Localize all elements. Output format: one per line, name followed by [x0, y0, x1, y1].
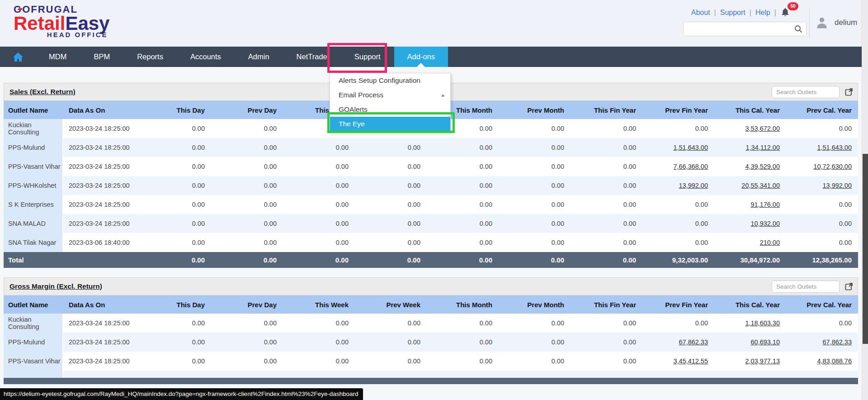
value-cell: 0.00: [211, 338, 283, 346]
total-value: 12,38,265.00: [786, 256, 858, 264]
global-search-input[interactable]: [683, 22, 807, 36]
about-link[interactable]: About: [691, 9, 710, 17]
menu-item-label: Email Process: [339, 91, 442, 99]
value-cell: 0.00: [211, 201, 283, 208]
value-cell: 0.00: [499, 163, 571, 170]
home-icon: [13, 52, 24, 62]
user-menu[interactable]: delium: [815, 15, 857, 30]
drilldown-link[interactable]: 3,53,672.00: [745, 125, 780, 132]
nav-item-bpm[interactable]: BPM: [80, 47, 123, 67]
drilldown-link[interactable]: 13,992.00: [679, 182, 708, 189]
value-cell: 0.00: [571, 338, 642, 346]
drilldown-link[interactable]: 1,18,603.30: [745, 319, 780, 327]
col-header-prev-cal-year: Prev Cal. Year: [786, 106, 858, 114]
outlet-name: PPS-Vasant Vihar: [4, 352, 63, 371]
value-cell: 0.00: [283, 239, 355, 246]
value-cell: 0.00: [786, 201, 858, 208]
gross-margin-partial-row: [4, 371, 858, 378]
total-value: 0.00: [499, 256, 571, 264]
value-cell: 0.00: [139, 125, 211, 132]
drilldown-link[interactable]: 13,992.00: [822, 182, 852, 189]
nav-item-add-ons[interactable]: Add-ons: [394, 47, 448, 67]
gross-margin-partial-total-row: [4, 378, 858, 384]
table-row-sna-malad: SNA MALAD2023-03-24 18:25:000.000.000.00…: [4, 214, 858, 233]
menu-item-email-process[interactable]: Email Process▸: [330, 88, 450, 102]
nav-item-nettrade[interactable]: NetTrade: [283, 47, 341, 67]
total-value: 0.00: [211, 256, 283, 264]
drilldown-link[interactable]: 10,72,630.00: [813, 163, 852, 170]
drilldown-link[interactable]: 3,45,412.55: [673, 357, 708, 365]
search-icon[interactable]: [794, 24, 803, 35]
value-cell: 0.00: [139, 163, 211, 170]
drilldown-link[interactable]: 2,03,977.13: [745, 357, 780, 365]
vertical-scrollbar[interactable]: [862, 0, 868, 400]
value-cell: 0.00: [499, 338, 571, 346]
drilldown-link[interactable]: 10,932.00: [750, 220, 780, 227]
value-cell: 0.00: [427, 220, 499, 227]
outlet-name: S K Enterprises: [4, 195, 63, 214]
col-header-prev-month: Prev Month: [499, 301, 571, 309]
value-cell: 20,55,341.00: [714, 182, 786, 189]
nav-item-admin[interactable]: Admin: [235, 47, 283, 67]
drilldown-link[interactable]: 1,51,643.00: [673, 144, 708, 151]
data-as-on: 2023-03-24 18:25:00: [63, 125, 139, 132]
gross-margin-search-outlets-input[interactable]: [772, 281, 840, 293]
col-header-prev-day: Prev Day: [211, 106, 283, 114]
value-cell: 0.00: [571, 357, 642, 365]
value-cell: 0.00: [211, 163, 283, 170]
value-cell: 0.00: [571, 163, 642, 170]
data-as-on: 2023-03-24 18:25:00: [63, 357, 139, 365]
home-button[interactable]: [0, 47, 35, 67]
nav-item-support[interactable]: Support: [341, 47, 394, 67]
nav-item-accounts[interactable]: Accounts: [177, 47, 235, 67]
table-row-s-k-enterprises: S K Enterprises2023-03-24 18:25:000.000.…: [4, 195, 858, 214]
notification-bell-icon[interactable]: 50: [780, 7, 792, 19]
sales-expand-icon[interactable]: [845, 88, 853, 96]
value-cell: 0.00: [355, 239, 427, 246]
value-cell: 0.00: [499, 125, 571, 132]
value-cell: 0.00: [211, 144, 283, 151]
value-cell: 0.00: [355, 182, 427, 189]
drilldown-link[interactable]: 60,693.10: [750, 338, 780, 346]
drilldown-link[interactable]: 210.00: [760, 239, 780, 246]
value-cell: 210.00: [714, 239, 786, 246]
col-header-this-month: This Month: [427, 301, 499, 309]
drilldown-link[interactable]: 4,83,088.76: [817, 357, 852, 365]
drilldown-link[interactable]: 67,862.33: [822, 338, 852, 346]
link-separator: |: [750, 9, 751, 17]
drilldown-link[interactable]: 7,66,368.00: [673, 163, 708, 170]
value-cell: 0.00: [139, 338, 211, 346]
nav-item-mdm[interactable]: MDM: [35, 47, 80, 67]
logo-retaileasy: RetailEasy: [14, 14, 109, 33]
col-header-this-fin-year: This Fin Year: [571, 301, 642, 309]
value-cell: 0.00: [139, 239, 211, 246]
data-as-on: 2023-03-24 18:25:00: [63, 144, 139, 151]
value-cell: 0.00: [139, 144, 211, 151]
value-cell: 0.00: [571, 220, 642, 227]
link-separator: |: [714, 9, 716, 17]
menu-item-goalerts[interactable]: GOAlerts: [330, 102, 450, 117]
help-link[interactable]: Help: [755, 9, 770, 17]
drilldown-link[interactable]: 67,862.33: [679, 338, 708, 346]
outlet-name: PPS-WHKolshet: [4, 176, 63, 195]
value-cell: 0.00: [642, 239, 714, 246]
menu-item-the-eye[interactable]: The Eye: [330, 117, 450, 131]
value-cell: 0.00: [642, 319, 714, 327]
value-cell: 0.00: [786, 239, 858, 246]
drilldown-link[interactable]: 1,51,643.00: [817, 144, 852, 151]
drilldown-link[interactable]: 91,176.00: [750, 201, 780, 208]
outlet-name: SNA Tilak Nagar: [4, 233, 63, 252]
drilldown-link[interactable]: 4,39,529.00: [745, 163, 780, 170]
value-cell: 0.00: [139, 357, 211, 365]
nav-item-reports[interactable]: Reports: [123, 47, 177, 67]
menu-item-alerts-setup-configuration[interactable]: Alerts Setup Configuration: [330, 73, 450, 88]
sales-search-outlets-input[interactable]: [772, 86, 840, 98]
value-cell: 0.00: [427, 357, 499, 365]
value-cell: 4,83,088.76: [786, 357, 858, 365]
support-link[interactable]: Support: [720, 9, 745, 17]
scrollbar-thumb[interactable]: [863, 154, 868, 344]
logo: GOFRUGAL RetailEasy HEAD OFFICE: [14, 4, 109, 38]
drilldown-link[interactable]: 20,55,341.00: [741, 182, 780, 189]
gross-margin-expand-icon[interactable]: [845, 282, 853, 290]
drilldown-link[interactable]: 1,34,112.00: [745, 144, 780, 151]
